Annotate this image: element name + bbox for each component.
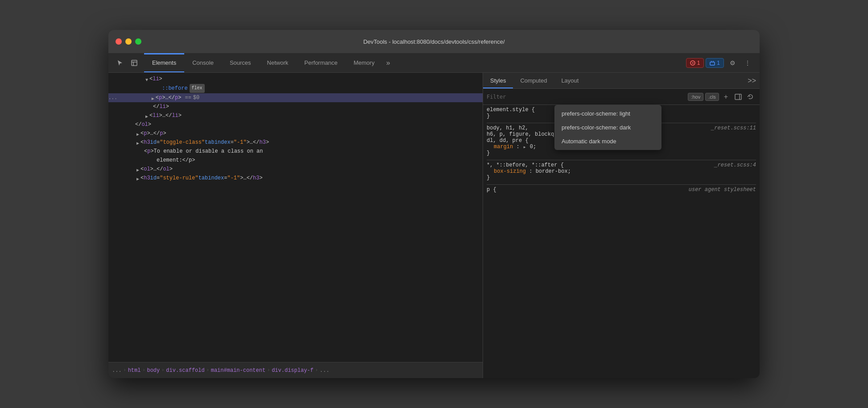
error-badge-button[interactable]: ✕ 1 — [686, 58, 704, 68]
breadcrumb-div-scaffold[interactable]: div.scaffold — [166, 367, 204, 374]
breadcrumb-html[interactable]: html — [128, 367, 141, 374]
dom-line-before: ::before flex — [108, 83, 483, 93]
filter-buttons: :hov .cls + — [688, 92, 756, 102]
tab-network[interactable]: Network — [259, 53, 297, 72]
triangle-icon: ▶ — [135, 175, 141, 181]
tab-performance[interactable]: Performance — [296, 53, 345, 72]
css-selector-universal-row: *, *::before, *::after { _reset.scss:4 — [487, 162, 756, 168]
tab-layout[interactable]: Layout — [554, 73, 586, 88]
window-title: DevTools - localhost:8080/docs/devtools/… — [363, 38, 504, 45]
more-tabs-button[interactable]: » — [383, 53, 394, 72]
styles-panel: Styles Computed Layout >> :hov .cls + — [483, 73, 760, 378]
dom-line-p-collapsed: ▶ <p>…</p> — [108, 129, 483, 138]
css-close-brace3: } — [487, 175, 756, 181]
dropdown-item-light[interactable]: prefers-color-scheme: light — [554, 107, 661, 121]
main-content: ▼ <li> ::before flex ... ▶ <p>…</p> == $… — [108, 73, 760, 378]
title-bar: DevTools - localhost:8080/docs/devtools/… — [108, 30, 760, 53]
triangle-icon: ▶ — [135, 140, 141, 145]
dom-line-ol-collapsed: ▶ <ol>…</ol> — [108, 165, 483, 174]
breadcrumb: ... › html › body › div.scaffold › main#… — [108, 362, 483, 378]
breadcrumb-end-ellipsis[interactable]: ... — [320, 367, 330, 374]
panel-tabs: Styles Computed Layout >> — [483, 73, 760, 89]
css-block-p: p { user agent stylesheet — [487, 187, 756, 193]
minimize-button[interactable] — [125, 38, 132, 45]
dom-line-h3-style: ▶ <h3 id="style-rule" tabindex="-1" >…</… — [108, 174, 483, 183]
refresh-icon[interactable] — [745, 92, 756, 102]
triangle-icon: ▶ — [135, 131, 141, 136]
dom-line-p-selected[interactable]: ... ▶ <p>…</p> == $0 — [108, 93, 483, 102]
tab-memory[interactable]: Memory — [346, 53, 383, 72]
dom-line-h3-toggle: ▶ <h3 id="toggle-class" tabindex="-1" >…… — [108, 138, 483, 147]
tab-computed[interactable]: Computed — [513, 73, 554, 88]
close-button[interactable] — [116, 38, 122, 45]
css-selector-p-row: p { user agent stylesheet — [487, 187, 756, 193]
cls-button[interactable]: .cls — [705, 93, 719, 101]
dom-line-ol-close: </ol> — [108, 120, 483, 129]
settings-button[interactable]: ⚙ — [726, 56, 739, 70]
tab-elements[interactable]: Elements — [144, 53, 184, 72]
dom-line-p-text1: <p>To enable or disable a class on an — [108, 147, 483, 156]
css-prop-boxsizing: box-sizing : border-box; — [487, 168, 756, 175]
info-badge-button[interactable]: 1 — [706, 58, 724, 68]
devtools-window: DevTools - localhost:8080/docs/devtools/… — [108, 30, 760, 378]
filter-bar: :hov .cls + — [483, 89, 760, 105]
tab-console[interactable]: Console — [184, 53, 222, 72]
triangle-icon: ▶ — [150, 95, 156, 100]
maximize-button[interactable] — [135, 38, 141, 45]
expand-button[interactable]: ... — [108, 94, 117, 102]
filter-input[interactable] — [487, 94, 685, 100]
triangle-icon: ▶ — [144, 113, 149, 118]
breadcrumb-ellipsis[interactable]: ... — [112, 367, 122, 374]
svg-text:✕: ✕ — [691, 61, 694, 65]
svg-rect-0 — [132, 60, 137, 66]
breadcrumb-main[interactable]: main#main-content — [211, 367, 265, 374]
dom-line-p-text2: element:</p> — [108, 156, 483, 165]
inspect-icon[interactable] — [128, 57, 141, 69]
tab-bar: Elements Console Sources Network Perform… — [108, 53, 760, 73]
color-scheme-dropdown: prefers-color-scheme: light prefers-colo… — [554, 105, 661, 150]
dom-tree[interactable]: ▼ <li> ::before flex ... ▶ <p>…</p> == $… — [108, 73, 483, 362]
triangle-icon: ▼ — [144, 76, 149, 82]
dom-line-li-open: ▼ <li> — [108, 75, 483, 83]
css-close-brace2: } — [487, 150, 756, 156]
dropdown-item-dark[interactable]: prefers-color-scheme: dark — [554, 121, 661, 134]
toolbar-right: ✕ 1 1 ⚙ ⋮ — [682, 53, 758, 72]
toolbar-left — [110, 53, 144, 72]
more-panel-tabs-button[interactable]: >> — [744, 73, 760, 88]
breadcrumb-body[interactable]: body — [147, 367, 160, 374]
main-tabs: Elements Console Sources Network Perform… — [144, 53, 682, 72]
more-options-button[interactable]: ⋮ — [741, 56, 754, 70]
svg-rect-5 — [710, 62, 715, 65]
dom-panel: ▼ <li> ::before flex ... ▶ <p>…</p> == $… — [108, 73, 483, 378]
traffic-lights — [116, 38, 141, 45]
tab-sources[interactable]: Sources — [222, 53, 259, 72]
svg-rect-8 — [735, 94, 741, 100]
triangle-icon: ▶ — [135, 167, 141, 172]
tab-styles[interactable]: Styles — [483, 73, 513, 88]
css-block-universal: *, *::before, *::after { _reset.scss:4 b… — [487, 162, 756, 181]
breadcrumb-div-display[interactable]: div.display-f — [272, 367, 314, 374]
dropdown-item-auto[interactable]: Automatic dark mode — [554, 134, 661, 148]
dom-line-li-close: </li> — [108, 102, 483, 111]
add-style-button[interactable]: + — [721, 92, 731, 102]
dom-line-li-collapsed: ▶ <li>…</li> — [108, 111, 483, 120]
hov-button[interactable]: :hov — [688, 93, 703, 101]
toggle-sidebar-icon[interactable] — [733, 92, 744, 102]
cursor-icon[interactable] — [114, 57, 126, 69]
